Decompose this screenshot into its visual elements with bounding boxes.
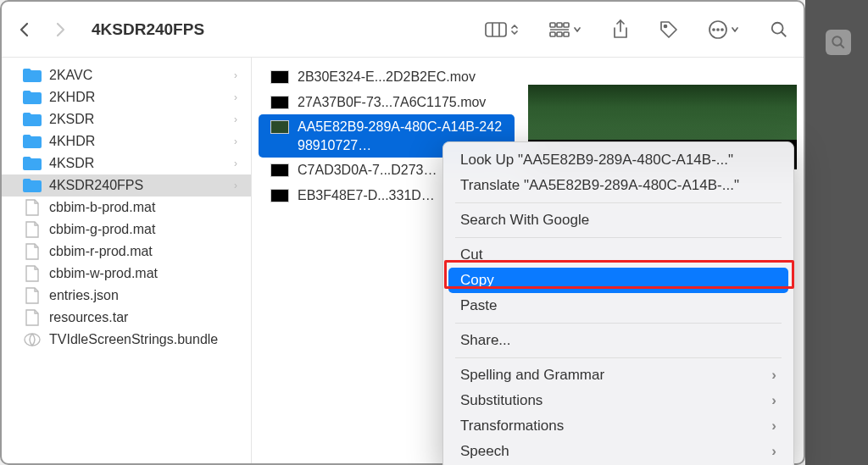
chevron-right-icon: › xyxy=(234,180,237,191)
svg-rect-2 xyxy=(486,23,506,36)
sidebar-item[interactable]: 2KSDR› xyxy=(2,108,251,130)
video-thumbnail-icon xyxy=(270,163,289,177)
folder-icon xyxy=(22,89,42,106)
svg-point-17 xyxy=(772,22,783,33)
folder-icon xyxy=(22,67,42,84)
file-label: 27A37B0F-73...7A6C1175.mov xyxy=(298,93,486,112)
search-button[interactable] xyxy=(770,20,788,39)
svg-line-1 xyxy=(840,44,844,48)
back-button[interactable] xyxy=(17,22,32,37)
video-thumbnail-icon xyxy=(270,189,289,202)
sidebar-item[interactable]: resources.tar xyxy=(2,307,251,329)
sidebar-item-label: cbbim-w-prod.mat xyxy=(49,266,158,281)
sidebar-item[interactable]: cbbim-g-prod.mat xyxy=(2,219,251,241)
sidebar-item-label: TVIdleScreenStrings.bundle xyxy=(49,332,218,347)
chevron-right-icon: › xyxy=(771,367,776,384)
menu-copy[interactable]: Copy xyxy=(448,268,788,293)
file-icon xyxy=(22,199,42,216)
sidebar-item-label: resources.tar xyxy=(49,310,128,325)
file-label: C7AD3D0A-7...D273… xyxy=(298,161,437,180)
window-title: 4KSDR240FPS xyxy=(92,20,485,39)
sidebar-item-label: entries.json xyxy=(49,288,119,303)
secondary-search-icon xyxy=(826,30,851,55)
chevron-right-icon: › xyxy=(771,443,776,460)
file-icon xyxy=(22,309,42,326)
file-label: EB3F48E7-D...331D… xyxy=(298,186,435,205)
view-columns-button[interactable] xyxy=(485,21,519,38)
sidebar-item[interactable]: entries.json xyxy=(2,285,251,307)
sidebar-item-label: cbbim-b-prod.mat xyxy=(49,200,155,215)
svg-rect-10 xyxy=(557,32,562,36)
svg-point-15 xyxy=(717,29,719,30)
sidebar-item[interactable]: cbbim-w-prod.mat xyxy=(2,263,251,285)
sidebar-item[interactable]: 4KSDR› xyxy=(2,152,251,174)
svg-point-0 xyxy=(832,36,842,46)
sidebar-item-label: 2KHDR xyxy=(49,90,95,105)
menu-search-google[interactable]: Search With Google xyxy=(443,208,793,233)
svg-point-14 xyxy=(713,29,715,30)
svg-point-19 xyxy=(25,334,40,346)
video-thumbnail-icon xyxy=(270,70,289,84)
menu-cut[interactable]: Cut xyxy=(443,242,793,268)
file-item[interactable]: 27A37B0F-73...7A6C1175.mov xyxy=(252,90,521,115)
forward-button[interactable] xyxy=(53,22,68,37)
menu-speech[interactable]: Speech› xyxy=(443,439,793,464)
menu-spelling[interactable]: Spelling and Grammar› xyxy=(443,363,793,388)
svg-line-18 xyxy=(782,31,787,36)
file-icon xyxy=(22,287,42,304)
file-item[interactable]: 2B30E324-E...2D2B2EC.mov xyxy=(252,64,521,90)
menu-translate[interactable]: Translate "AA5E82B9-289A-480C-A14B-..." xyxy=(443,173,793,198)
sidebar-item-label: 4KSDR xyxy=(49,156,94,171)
file-icon xyxy=(22,221,42,238)
menu-lookup[interactable]: Look Up "AA5E82B9-289A-480C-A14B-..." xyxy=(443,147,793,173)
chevron-right-icon: › xyxy=(234,113,237,125)
chevron-right-icon: › xyxy=(234,158,237,169)
sidebar-item[interactable]: cbbim-r-prod.mat xyxy=(2,241,251,263)
chevron-right-icon: › xyxy=(234,69,237,81)
chevron-right-icon: › xyxy=(234,136,237,147)
svg-rect-6 xyxy=(557,23,562,27)
folder-icon xyxy=(22,155,42,172)
sidebar-item-label: 2KSDR xyxy=(49,112,94,127)
folder-icon xyxy=(22,111,42,128)
sidebar-item-label: cbbim-g-prod.mat xyxy=(49,222,155,237)
action-menu-button[interactable] xyxy=(709,20,739,39)
sidebar: 2KAVC›2KHDR›2KSDR›4KHDR›4KSDR›4KSDR240FP… xyxy=(2,58,252,463)
video-thumbnail-icon xyxy=(270,120,289,134)
chevron-right-icon: › xyxy=(234,91,237,103)
tags-button[interactable] xyxy=(659,20,678,39)
group-button[interactable] xyxy=(549,22,581,37)
sidebar-item[interactable]: 4KHDR› xyxy=(2,130,251,152)
sidebar-item-label: 2KAVC xyxy=(49,68,92,83)
sidebar-item-label: 4KSDR240FPS xyxy=(49,178,143,193)
svg-point-16 xyxy=(721,29,723,30)
folder-icon xyxy=(22,133,42,150)
toolbar: 4KSDR240FPS xyxy=(2,2,804,58)
svg-rect-7 xyxy=(564,23,569,27)
video-thumbnail-icon xyxy=(270,96,289,109)
sidebar-item[interactable]: cbbim-b-prod.mat xyxy=(2,197,251,219)
file-label: 2B30E324-E...2D2B2EC.mov xyxy=(298,68,476,86)
bundle-icon xyxy=(22,331,42,348)
folder-icon xyxy=(22,177,42,194)
menu-share[interactable]: Share... xyxy=(443,328,793,353)
svg-rect-11 xyxy=(564,32,569,36)
svg-point-12 xyxy=(665,25,667,27)
chevron-right-icon: › xyxy=(771,392,776,409)
chevron-right-icon: › xyxy=(771,418,776,435)
context-menu: Look Up "AA5E82B9-289A-480C-A14B-..." Tr… xyxy=(442,141,794,465)
svg-rect-5 xyxy=(550,23,555,27)
file-icon xyxy=(22,265,42,282)
file-icon xyxy=(22,243,42,260)
menu-substitutions[interactable]: Substitutions› xyxy=(443,388,793,413)
menu-transformations[interactable]: Transformations› xyxy=(443,413,793,439)
sidebar-item-label: cbbim-r-prod.mat xyxy=(49,244,153,259)
svg-rect-9 xyxy=(550,32,555,36)
sidebar-item[interactable]: TVIdleScreenStrings.bundle xyxy=(2,329,251,351)
sidebar-item[interactable]: 4KSDR240FPS› xyxy=(2,174,251,197)
share-button[interactable] xyxy=(612,19,629,40)
sidebar-item[interactable]: 2KAVC› xyxy=(2,64,251,86)
sidebar-item[interactable]: 2KHDR› xyxy=(2,86,251,108)
sidebar-item-label: 4KHDR xyxy=(49,134,95,149)
menu-paste[interactable]: Paste xyxy=(443,293,793,318)
